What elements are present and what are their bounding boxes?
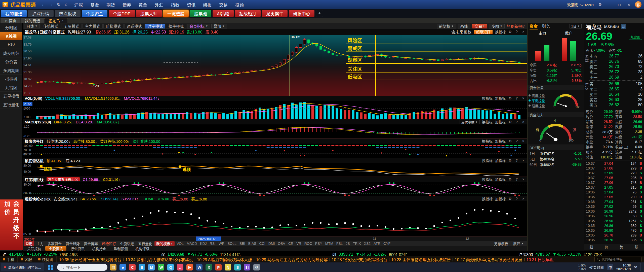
bid-row[interactable]: 买三26.6410 [589,92,642,97]
panel-tool-button[interactable]: 加指标 [495,158,506,163]
toolbar-button[interactable]: AI策略 [213,10,234,17]
panel-tool-button[interactable]: 加指标 [495,96,506,101]
ime-indicator[interactable]: 中 [607,264,613,270]
help-icon[interactable]: ? [515,158,519,162]
toolbar-button[interactable]: 龙虎擒牛 [262,10,288,17]
gear-icon[interactable]: ⚙ [508,120,512,124]
topmenu-item[interactable]: 黄金 [135,0,151,9]
ticker-tool-快捷键[interactable]: 快捷键 [35,256,57,262]
mode-button[interactable]: 通道模式 [124,24,144,28]
news-widget[interactable]: 莫斯科遭9小时持续... [1,263,44,271]
indicator-shortcut[interactable]: XS2 [363,242,372,246]
info-tab[interactable]: 机构持仓 [89,246,110,251]
mode-button[interactable]: 传统模式 [41,24,61,28]
close-icon[interactable]: × [521,177,525,181]
quote-bottom-tab[interactable]: 细 [584,244,599,250]
minimize-button[interactable]: ─ [606,2,613,7]
indicator-shortcut[interactable]: JS [344,242,351,246]
settings-icon[interactable]: ⚙ [252,263,261,271]
jiugongtu-button[interactable]: 九宫图 [629,34,642,40]
ticker-tool-客服[interactable]: 客服 [18,256,35,262]
topmenu-item[interactable]: 资讯 [183,0,199,9]
sidebar-item-指标树[interactable]: 指标树 [0,75,22,83]
indicator-shortcut[interactable]: RSI [208,242,217,246]
panel-tool-button[interactable]: 换指标 [482,119,493,124]
topmenu-item[interactable]: 期货 [103,0,119,9]
ask-row[interactable]: 卖一26.692 [589,75,642,80]
topmenu-item[interactable]: 指数 [167,0,183,9]
excel-icon[interactable]: X [205,263,213,271]
back-icon[interactable]: ← [40,1,47,8]
gear-icon[interactable]: ⚙ [508,30,512,34]
fund-tab[interactable]: 资金 [530,23,538,29]
save-template-button[interactable]: 另存模板 [492,241,510,246]
toolbar-button[interactable]: 研报中心 [289,10,314,17]
news-item[interactable]: 10:29 马棕榈油主力合约劳动力问题待解 [256,256,328,262]
panel-tool-button[interactable]: 换指标 [482,139,493,144]
signal-plot[interactable]: 100.0070.0040.00 [23,144,527,158]
video-icon[interactable]: ▶ [185,263,194,271]
panel-tool-button[interactable]: 加指标 [495,177,506,182]
close-button[interactable]: × [625,2,632,7]
mode-button[interactable]: 主力模式 [83,24,103,28]
panel-tool-button[interactable]: 换指标 [482,96,493,101]
info-tab[interactable]: 个股资讯 [45,246,66,251]
help-icon[interactable]: ? [515,177,519,181]
indicator-shortcut[interactable]: FSL [335,242,344,246]
bid-row[interactable]: 买一26.66105 [589,81,642,86]
indicator-shortcut[interactable]: MTM [324,242,335,246]
gear-icon[interactable]: ⚙ [508,96,512,100]
sidebar-item-分价表[interactable]: 分价表 [0,57,22,66]
indicator-shortcut[interactable]: ROC [303,242,314,246]
info-tab[interactable]: 机构评级 [132,246,153,251]
topmenu-item[interactable]: 债券 [119,0,135,9]
mode-button[interactable]: 五星模式 [62,24,82,28]
period-select[interactable]: 日线▼ [24,24,40,28]
indicator-tab[interactable]: 个股轨迹 [118,241,136,246]
news-item[interactable]: 10:28 银发经济支持政策将出台 [332,256,387,262]
start-button[interactable] [46,263,56,271]
chrome-icon[interactable]: C [128,263,137,271]
mode-right-button[interactable]: 前复权▼ [437,24,456,28]
help-icon[interactable]: ? [515,30,519,34]
indicator-shortcut[interactable]: CCI [258,242,267,246]
notes-icon[interactable]: N [224,263,232,271]
indicator-shortcut[interactable]: BBI [238,242,247,246]
show-desktop-button[interactable] [640,263,641,271]
store-icon[interactable]: S [233,263,242,271]
macd-plot[interactable]: 1.20 -0.20 [23,124,527,139]
gear-icon[interactable]: ⚙ [508,139,512,143]
photos-icon[interactable]: ◧ [243,263,251,271]
ask-row[interactable]: 卖四26.7685 [589,59,642,64]
info-tab[interactable]: 关联报价 [24,246,45,251]
topmenu-item[interactable]: 投顾 [231,0,248,9]
toolbar-button[interactable]: 股票池 [190,10,211,17]
change-indicator-button[interactable]: 换指标 [495,29,506,34]
news-item[interactable]: 10:28 固体废物治理强化执法监管 [391,256,451,262]
panel-tool-button[interactable]: 加指标 [495,119,506,124]
indicator-tab[interactable]: 主力 [35,241,45,246]
sidebar-item-多周期图[interactable]: 多周期图 [0,66,22,75]
close-icon[interactable]: × [521,30,525,34]
gear-icon[interactable]: ⚙ [508,158,512,162]
document-tab[interactable]: 我的自选 [21,18,44,23]
indicator-shortcut[interactable]: CR [287,242,295,246]
fund-period-select[interactable]: 1日▼ [570,24,582,28]
super-short-button[interactable]: 超级短打 [474,30,493,34]
panel-tool-button[interactable]: 换指标 [482,158,493,163]
indicator-shortcut[interactable]: WR [217,242,226,246]
search-input[interactable] [601,257,639,261]
sidebar-item-五行量化[interactable]: 五行量化 [0,100,22,109]
indicator-shortcut[interactable]: ATR [372,242,382,246]
forward-icon[interactable]: → [48,1,54,8]
bid-row[interactable]: 买五26.6280 [589,102,642,108]
membership-ad[interactable]: 会员升级不加价 [0,199,23,250]
topmenu-item[interactable]: 研报 [199,0,215,9]
tick-list[interactable]: 10:3727.04184B10:3727.06279B10:3727.0527… [584,160,644,244]
trade-button[interactable]: 交易▼ [472,24,487,28]
toolbar-button[interactable]: 股票大师 [136,10,162,17]
refresh-quote-button[interactable]: ↻刷新报价 [507,23,526,29]
panel-tool-button[interactable]: 换指标 [482,196,493,201]
edge-icon[interactable]: e [118,263,127,271]
toolbar-button[interactable]: 热点板块 [55,10,80,17]
